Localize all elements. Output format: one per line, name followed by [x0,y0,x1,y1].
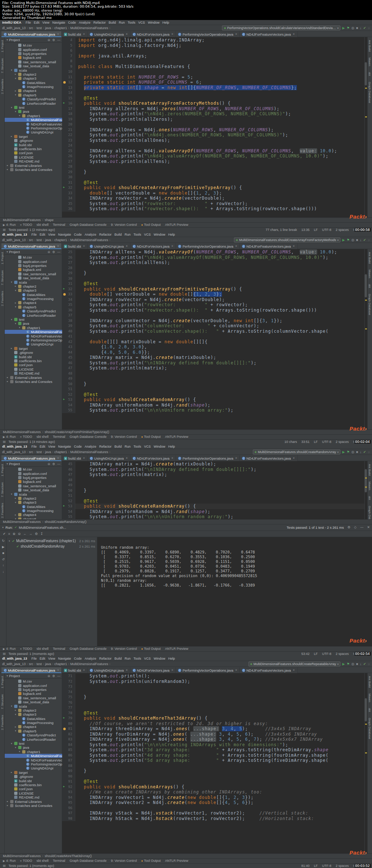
chevron-down-icon[interactable]: ▾ [7,250,8,253]
tab-usingnd4japi-java[interactable]: CUsingND4JApi.java✕ [88,455,130,461]
search-everywhere-button[interactable]: ◌ [368,663,370,666]
previous-failed-test-icon[interactable]: ← [23,532,27,536]
chevron-expanded-icon[interactable]: ▾ [19,750,22,753]
tree-item-log4j-properties[interactable]: log4j.properties [5,52,62,56]
tree-item-chapter2[interactable]: ▸chapter2 [5,284,62,288]
menu-item-refactor[interactable]: Refactor [99,233,112,236]
tree-item-java[interactable]: ▾java [5,109,62,113]
breadcrumb-item-test[interactable]: test [37,450,45,454]
tree-item-chapter3[interactable]: ▾chapter3 [5,712,62,716]
gutter-line-number[interactable]: 84 [62,742,75,748]
tree-item-log4j-properties[interactable]: log4j.properties [5,264,62,268]
gutter-line-number[interactable]: 26 [62,255,75,260]
menu-item-view[interactable]: View [48,233,55,236]
tree-item-gitignore[interactable]: .gitignore [5,775,62,779]
menu-item-analyze[interactable]: Analyze [85,657,96,660]
run-button[interactable]: ▶ [342,239,345,242]
gutter-line-number[interactable]: 32▶ [62,185,75,191]
gutter-line-number[interactable]: 51 [62,493,75,499]
gutter-line-number[interactable]: 34 [62,297,75,303]
status-widget-2-spaces[interactable]: 2 spaces [336,652,349,656]
gutter-line-number[interactable]: 88 [62,763,75,769]
status-widget-lf[interactable]: LF [314,864,318,868]
tree-item-gitignore[interactable]: .gitignore [5,139,62,143]
breadcrumb-item-multidimensionalfeatures[interactable]: MultiDimensionalFeatures [70,26,112,30]
chevron-expanded-icon[interactable]: ▾ [15,289,18,292]
tool-window-button-sbt-shell[interactable]: sbt shell [37,223,49,227]
collapse-all-icon[interactable]: ⊖ [48,674,50,678]
menu-item-view[interactable]: View [48,657,55,660]
stop-button[interactable]: ■ [356,451,358,454]
breadcrumb-item-chapter1[interactable]: chapter1 [54,450,70,454]
search-everywhere-button[interactable]: ◌ [368,451,370,454]
next-failed-test-icon[interactable]: → [29,532,32,536]
tool-window-button-9-version-control[interactable]: 9: Version Control [111,647,137,651]
chevron-collapsed-icon[interactable]: ▸ [7,376,10,379]
tool-stripe-button-7-structure[interactable]: 7: Structure [1,58,4,73]
tool-stripe-button-graph-database[interactable]: Graph Database [368,294,371,315]
gutter-line-number[interactable]: 26 [62,153,75,159]
tree-item-datautilities[interactable]: CDataUtilities [5,717,62,721]
gutter-line-number[interactable]: 19 [62,117,75,122]
menu-item-navigate[interactable]: Navigate [52,21,65,24]
status-widget-13-35[interactable]: 13:35 [301,228,310,232]
gutter-line-number[interactable]: 55 [62,514,75,519]
gutter-line-number[interactable]: 74 [62,689,75,695]
gutter-line-number[interactable]: 31 [62,180,75,185]
tool-stripe-button-7-structure[interactable]: 7: Structure [1,694,4,709]
tree-item-target[interactable]: ▸target [5,347,62,351]
tree-item-m-csv[interactable]: M.csv [5,255,62,259]
tool-stripe-button-ant-build[interactable]: Ant Build [368,252,371,264]
close-icon[interactable]: ✕ [171,457,174,460]
tool-window-button-antlr-preview[interactable]: ANTLR Preview [165,223,188,227]
chevron-collapsed-icon[interactable]: ▸ [7,164,10,167]
gutter-line-number[interactable]: 25 [62,148,75,154]
menu-item-navigate[interactable]: Navigate [58,233,71,236]
menu-item-file[interactable]: File [32,657,37,660]
tool-stripe-button-7-structure[interactable]: 7: Structure [1,270,4,285]
hide-panel-icon[interactable]: — [57,250,61,254]
tree-item-chapter3[interactable]: ▾chapter3 [5,288,62,292]
gutter-line-number[interactable]: 27 [62,260,75,265]
breadcrumb-item-java[interactable]: java [45,238,54,242]
run-test-gutter-icon[interactable]: ▶ [63,785,65,788]
close-icon[interactable]: ✕ [293,457,295,460]
tool-stripe-button-7-structure[interactable]: 7: Structure [1,482,4,497]
tool-stripe-button-maven[interactable]: Maven [368,269,371,278]
chevron-expanded-icon[interactable]: ▾ [11,281,14,284]
run-configuration-select[interactable]: ◉PerformingVectorOperations.shouldCalcul… [222,25,340,31]
gutter-line-number[interactable]: 45 [62,461,75,467]
tree-item-scratches-and-consoles[interactable]: ▸Scratches and Consoles [5,380,62,384]
chevron-collapsed-icon[interactable]: ▸ [7,800,10,803]
menu-item-window[interactable]: Window [154,445,165,448]
tool-window-button-antlr-preview[interactable]: ANTLR Preview [165,647,188,651]
test-tree-item[interactable]: ✔shouldCreateRandomArray2 s 261 ms [7,544,97,549]
intention-bulb-icon[interactable] [63,728,66,730]
hide-panel-icon[interactable]: — [57,674,61,678]
minimize-icon[interactable]: — [360,525,363,529]
menu-item-build[interactable]: Build [114,445,122,448]
gutter-line-number[interactable]: 31 [62,281,75,287]
tree-item-linerecordreader[interactable]: CLineRecordReader [5,313,62,317]
menu-item-file[interactable]: File [32,445,37,448]
tree-item-datautilities[interactable]: CDataUtilities [5,293,62,297]
close-icon[interactable]: ✕ [57,245,59,248]
tool-stripe-button-sbt[interactable]: sbt [368,496,371,500]
menu-item-build[interactable]: Build [109,21,116,24]
tree-item-logback-xml[interactable]: logback.xml [5,56,62,60]
tree-item-nd4jforfeaturevectors[interactable]: CND4JForFeatureVectors [5,122,62,126]
tree-item-application-conf[interactable]: application.conf [5,471,62,475]
gutter-line-number[interactable]: 17 [62,106,75,112]
tool-stripe-button-1-project[interactable]: 1: Project [1,40,4,52]
gutter-line-number[interactable]: 7 [62,53,75,59]
tool-window-button-graph-database-console[interactable]: Graph Database Console [70,435,107,439]
gutter-line-number[interactable]: 48 [62,477,75,483]
tool-stripe-button-2-favorites[interactable]: 2: Favorites [1,503,4,518]
gutter-line-number[interactable]: 11 [62,75,75,80]
gutter-line-number[interactable]: 12 [62,80,75,85]
menu-item-window[interactable]: Window [154,657,165,660]
tree-item-external-libraries[interactable]: ▸External Libraries [5,375,62,379]
tab-multidimensionalfeatures-java[interactable]: CMultiDimensionalFeatures.java✕ [1,243,62,249]
tree-item-raw-textual-data[interactable]: raw_textual_data [5,700,62,704]
tree-item-coefficients-bin[interactable]: coefficients.bin [5,783,62,787]
